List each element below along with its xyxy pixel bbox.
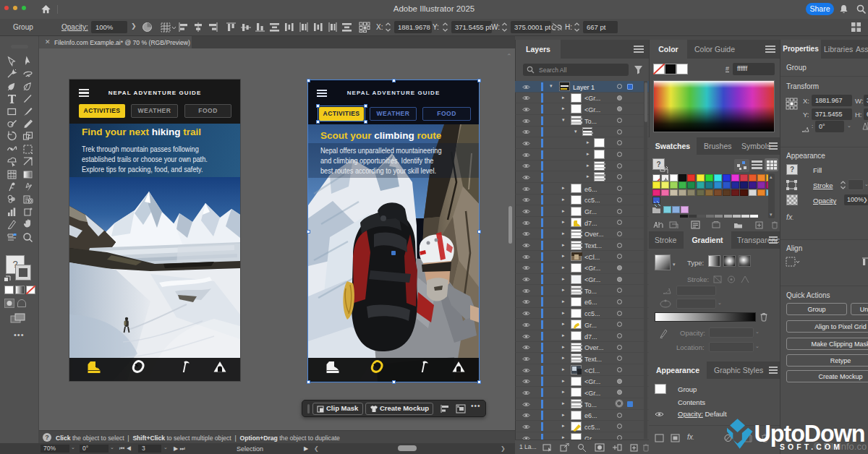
svg-text:SOFT.COM: SOFT.COM <box>780 443 843 451</box>
